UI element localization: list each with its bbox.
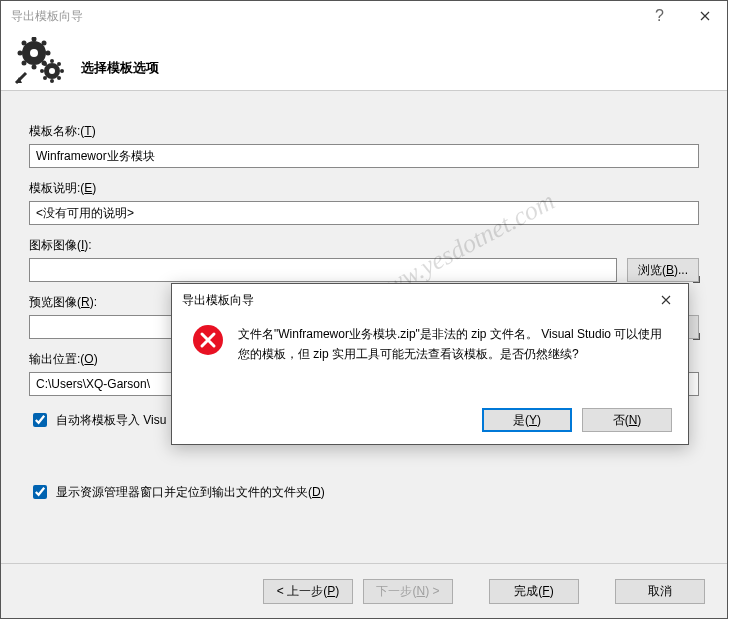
close-icon	[700, 11, 710, 21]
browse-icon-button[interactable]: 浏览(B)...	[627, 258, 699, 282]
close-button[interactable]	[682, 1, 727, 31]
no-button[interactable]: 否(N)	[582, 408, 672, 432]
template-name-label: 模板名称:(T)	[29, 123, 699, 140]
svg-point-12	[50, 79, 54, 83]
icon-image-input[interactable]	[29, 258, 617, 282]
gears-icon	[11, 36, 71, 86]
svg-point-4	[45, 50, 50, 55]
dialog-footer: 是(Y) 否(N)	[482, 408, 672, 432]
svg-point-9	[30, 49, 38, 57]
svg-point-1	[31, 37, 36, 42]
dialog-title: 导出模板向导	[182, 292, 643, 309]
svg-point-14	[60, 69, 64, 73]
svg-point-17	[43, 76, 47, 80]
template-desc-input[interactable]	[29, 201, 699, 225]
dialog-close-button[interactable]	[643, 284, 688, 316]
show-explorer-checkbox[interactable]: 显示资源管理器窗口并定位到输出文件的文件夹(D)	[29, 482, 699, 502]
svg-point-15	[43, 62, 47, 66]
titlebar: 导出模板向导 ?	[1, 1, 727, 31]
svg-point-7	[21, 60, 26, 65]
page-title: 选择模板选项	[81, 59, 159, 77]
svg-point-5	[21, 40, 26, 45]
window-title: 导出模板向导	[11, 8, 637, 25]
svg-point-6	[41, 40, 46, 45]
auto-import-check-input[interactable]	[33, 413, 47, 427]
finish-button[interactable]: 完成(F)	[489, 579, 579, 604]
svg-point-3	[17, 50, 22, 55]
svg-point-16	[57, 62, 61, 66]
svg-point-18	[57, 76, 61, 80]
wizard-header: 选择模板选项	[1, 31, 727, 91]
prev-button[interactable]: < 上一步(P)	[263, 579, 353, 604]
confirm-dialog: 导出模板向导 文件名"Winframewor业务模块.zip"是非法的 zip …	[171, 283, 689, 445]
next-button: 下一步(N) >	[363, 579, 453, 604]
wizard-footer: < 上一步(P) 下一步(N) > 完成(F) 取消	[1, 563, 727, 618]
auto-import-label: 自动将模板导入 Visu	[56, 412, 166, 429]
error-icon	[192, 324, 224, 356]
dialog-message: 文件名"Winframewor业务模块.zip"是非法的 zip 文件名。 Vi…	[238, 324, 668, 365]
svg-point-11	[50, 59, 54, 63]
show-explorer-label: 显示资源管理器窗口并定位到输出文件的文件夹(D)	[56, 484, 325, 501]
cancel-button[interactable]: 取消	[615, 579, 705, 604]
svg-point-13	[40, 69, 44, 73]
yes-button[interactable]: 是(Y)	[482, 408, 572, 432]
template-name-input[interactable]	[29, 144, 699, 168]
help-button[interactable]: ?	[637, 1, 682, 31]
icon-image-label: 图标图像(I):	[29, 237, 699, 254]
dialog-titlebar: 导出模板向导	[172, 284, 688, 316]
svg-point-19	[49, 68, 55, 74]
close-icon	[661, 295, 671, 305]
show-explorer-check-input[interactable]	[33, 485, 47, 499]
template-desc-label: 模板说明:(E)	[29, 180, 699, 197]
svg-point-2	[31, 64, 36, 69]
